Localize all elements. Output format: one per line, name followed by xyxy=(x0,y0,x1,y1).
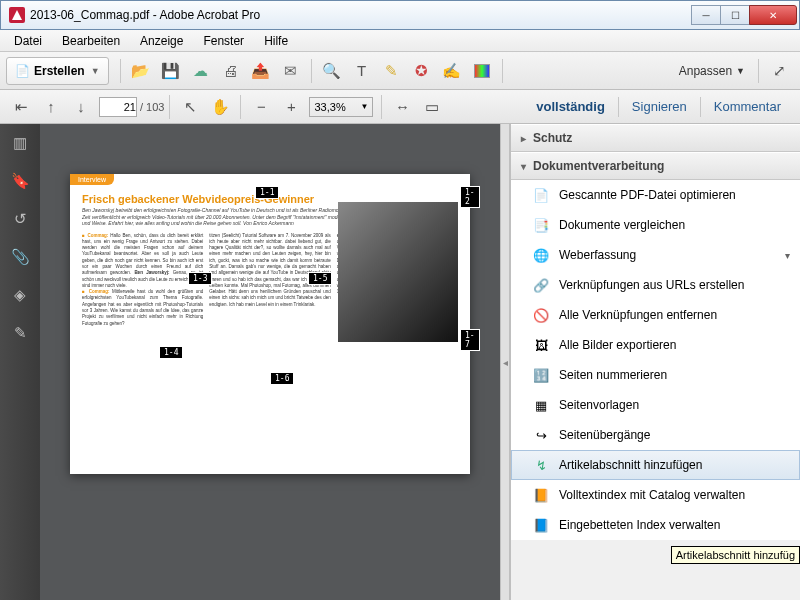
separator xyxy=(311,59,312,83)
create-label: Erstellen xyxy=(34,64,85,78)
chevron-down-icon: ▼ xyxy=(361,102,369,111)
create-button[interactable]: 📄 Erstellen ▼ xyxy=(6,57,109,85)
panel-collapse-handle[interactable]: ◂ xyxy=(500,124,510,600)
tool-remove-links[interactable]: 🚫Alle Verknüpfungen entfernen xyxy=(511,300,800,330)
page-number-input[interactable] xyxy=(99,97,137,117)
zoom-value: 33,3% xyxy=(314,101,345,113)
page-total-label: / 103 xyxy=(140,101,164,113)
sign-button[interactable]: ✍ xyxy=(438,57,466,85)
tool-optimize-scanned[interactable]: 📄Gescannte PDF-Datei optimieren xyxy=(511,180,800,210)
separator xyxy=(240,95,241,119)
share-button[interactable]: 📤 xyxy=(247,57,275,85)
article-icon: ↯ xyxy=(531,456,551,474)
zoom-out-button[interactable]: − xyxy=(247,93,275,121)
doc-column-1: ■ Commag: Hallo Ben, schön, dass du dich… xyxy=(82,233,203,327)
color-swatch-icon xyxy=(474,64,490,78)
search-button[interactable]: 🔍 xyxy=(318,57,346,85)
tool-page-transitions[interactable]: ↪Seitenübergänge xyxy=(511,420,800,450)
image-icon: 🖼 xyxy=(531,336,551,354)
index-icon: 📙 xyxy=(531,486,551,504)
highlight-button[interactable]: ✎ xyxy=(378,57,406,85)
comment-link[interactable]: Kommentar xyxy=(701,92,794,121)
tool-number-pages[interactable]: 🔢Seiten nummerieren xyxy=(511,360,800,390)
bookmarks-panel-button[interactable]: 🔖 xyxy=(9,170,31,192)
fit-page-button[interactable]: ▭ xyxy=(418,93,446,121)
window-close-button[interactable]: ✕ xyxy=(749,5,797,25)
doc-section-header: Interview xyxy=(70,174,114,185)
tool-label: Weberfassung xyxy=(559,248,636,262)
layers-panel-button[interactable]: ◈ xyxy=(9,284,31,306)
tool-page-templates[interactable]: ▦Seitenvorlagen xyxy=(511,390,800,420)
template-icon: ▦ xyxy=(531,396,551,414)
doc-portrait-image xyxy=(338,202,458,342)
window-maximize-button[interactable]: ☐ xyxy=(720,5,750,25)
customize-label: Anpassen xyxy=(679,64,732,78)
document-area[interactable]: Interview Frisch gebackener Webvideoprei… xyxy=(40,124,500,600)
tool-web-capture[interactable]: 🌐Weberfassung▾ xyxy=(511,240,800,270)
first-page-button[interactable]: ⇤ xyxy=(7,93,35,121)
email-button[interactable]: ✉ xyxy=(277,57,305,85)
tool-label: Seitenvorlagen xyxy=(559,398,639,412)
hand-tool-button[interactable]: ✋ xyxy=(206,93,234,121)
transition-icon: ↪ xyxy=(531,426,551,444)
region-label: 1-1 xyxy=(255,186,279,199)
save-button[interactable]: 💾 xyxy=(157,57,185,85)
create-pdf-icon: 📄 xyxy=(15,64,30,78)
tooltip: Artikelabschnitt hinzufüg xyxy=(671,546,800,564)
chevron-right-icon: ▸ xyxy=(521,133,533,144)
stamp-button[interactable]: ✪ xyxy=(408,57,436,85)
tool-fulltext-index[interactable]: 📙Volltextindex mit Catalog verwalten xyxy=(511,480,800,510)
swatch-button[interactable] xyxy=(468,57,496,85)
menu-bar: Datei Bearbeiten Anzeige Fenster Hilfe xyxy=(0,30,800,52)
tool-compare-docs[interactable]: 📑Dokumente vergleichen xyxy=(511,210,800,240)
menu-view[interactable]: Anzeige xyxy=(130,32,193,50)
menu-file[interactable]: Datei xyxy=(4,32,52,50)
select-tool-button[interactable]: ↖ xyxy=(176,93,204,121)
separator xyxy=(381,95,382,119)
tool-embedded-index[interactable]: 📘Eingebetteten Index verwalten xyxy=(511,510,800,540)
menu-help[interactable]: Hilfe xyxy=(254,32,298,50)
page-preview: Interview Frisch gebackener Webvideoprei… xyxy=(70,174,470,474)
zoom-in-button[interactable]: + xyxy=(277,93,305,121)
sign-link[interactable]: Signieren xyxy=(619,92,700,121)
fullscreen-button[interactable]: ⤢ xyxy=(765,57,793,85)
prev-page-button[interactable]: ↑ xyxy=(37,93,65,121)
region-label: 1-5 xyxy=(308,272,332,285)
tool-label: Volltextindex mit Catalog verwalten xyxy=(559,488,745,502)
unlink-icon: 🚫 xyxy=(531,306,551,324)
menu-edit[interactable]: Bearbeiten xyxy=(52,32,130,50)
number-icon: 🔢 xyxy=(531,366,551,384)
tool-create-links[interactable]: 🔗Verknüpfungen aus URLs erstellen xyxy=(511,270,800,300)
attachments-panel-button[interactable]: 📎 xyxy=(9,246,31,268)
next-page-button[interactable]: ↓ xyxy=(67,93,95,121)
tools-link[interactable]: vollständig xyxy=(523,92,618,121)
region-label: 1-3 xyxy=(188,272,212,285)
cloud-button[interactable]: ☁ xyxy=(187,57,215,85)
toolbar-primary: 📄 Erstellen ▼ 📂 💾 ☁ 🖨 📤 ✉ 🔍 T ✎ ✪ ✍ Anpa… xyxy=(0,52,800,90)
print-button[interactable]: 🖨 xyxy=(217,57,245,85)
tool-list: 📄Gescannte PDF-Datei optimieren 📑Dokumen… xyxy=(511,180,800,540)
region-label: 1-6 xyxy=(270,372,294,385)
scan-icon: 📄 xyxy=(531,186,551,204)
window-minimize-button[interactable]: ─ xyxy=(691,5,721,25)
open-button[interactable]: 📂 xyxy=(127,57,155,85)
separator xyxy=(120,59,121,83)
customize-button[interactable]: Anpassen ▼ xyxy=(671,64,753,78)
menu-window[interactable]: Fenster xyxy=(193,32,254,50)
zoom-select[interactable]: 33,3% ▼ xyxy=(309,97,373,117)
tool-label: Dokumente vergleichen xyxy=(559,218,685,232)
signatures-panel-button[interactable]: ✎ xyxy=(9,322,31,344)
embed-icon: 📘 xyxy=(531,516,551,534)
pages-panel-button[interactable]: ▥ xyxy=(9,132,31,154)
section-dokumentverarbeitung[interactable]: ▾ Dokumentverarbeitung xyxy=(511,152,800,180)
section-schutz[interactable]: ▸ Schutz xyxy=(511,124,800,152)
tool-add-article[interactable]: ↯Artikelabschnitt hinzufügen xyxy=(511,450,800,480)
tool-export-images[interactable]: 🖼Alle Bilder exportieren xyxy=(511,330,800,360)
tool-label: Artikelabschnitt hinzufügen xyxy=(559,458,702,472)
rotate-button[interactable]: ↺ xyxy=(9,208,31,230)
fit-width-button[interactable]: ↔ xyxy=(388,93,416,121)
edit-text-button[interactable]: T xyxy=(348,57,376,85)
tool-label: Verknüpfungen aus URLs erstellen xyxy=(559,278,744,292)
chevron-down-icon: ▾ xyxy=(785,250,790,261)
link-icon: 🔗 xyxy=(531,276,551,294)
